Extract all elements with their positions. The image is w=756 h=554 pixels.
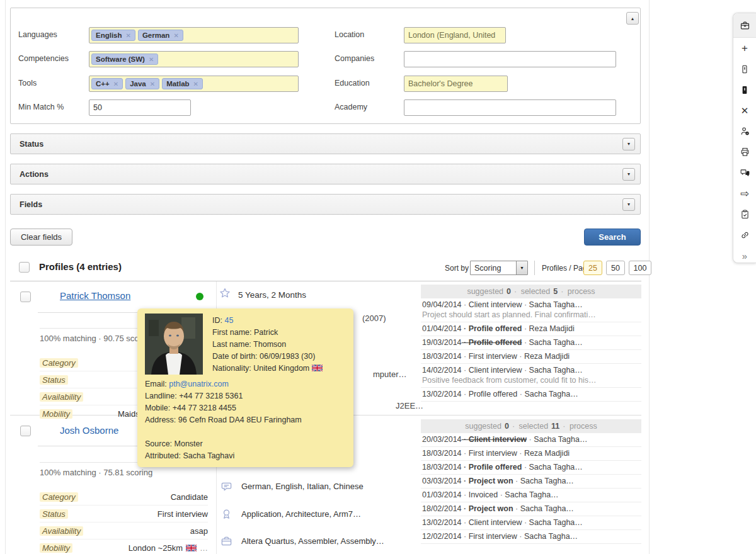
profile-tooltip: ID: 45 First name: Patrick Last name: Th…	[137, 308, 353, 467]
tag-remove-icon[interactable]: ✕	[150, 81, 155, 88]
availability-label: Availability	[40, 526, 83, 536]
tag-remove-icon[interactable]: ✕	[173, 32, 178, 39]
clear-fields-button[interactable]: Clear fields	[10, 229, 72, 246]
tag-german[interactable]: German✕	[138, 30, 183, 41]
email-link[interactable]: pth@unatrix.com	[169, 380, 229, 388]
add-button[interactable]: +	[733, 38, 756, 59]
forward-button[interactable]: ⇨	[733, 183, 756, 204]
mobility-value: London ~25km	[129, 543, 183, 553]
fields-dropdown-button[interactable]: ▾	[622, 198, 635, 211]
min-match-input[interactable]	[89, 99, 191, 116]
form-collapse-button[interactable]: ▴	[626, 12, 639, 25]
tag-java[interactable]: Java✕	[125, 78, 159, 89]
close-button[interactable]: ✕	[733, 100, 756, 121]
timeline-entry: 18/03/2014Profile offeredSacha Tagha…	[421, 461, 641, 475]
tag-remove-icon[interactable]: ✕	[193, 81, 198, 88]
tag-english[interactable]: English✕	[91, 30, 135, 41]
sort-select-value: Scoring	[471, 264, 501, 273]
per-page-25-button[interactable]: 25	[583, 261, 602, 275]
timeline-entry: 13/02/2014Client interviewSacha Tagha…	[421, 516, 641, 530]
search-button[interactable]: Search	[584, 229, 641, 246]
status-value: First interview	[158, 509, 208, 519]
ellipsis: …	[200, 543, 208, 553]
education-input[interactable]	[404, 76, 508, 92]
print-button[interactable]	[733, 142, 756, 162]
tag-cpp[interactable]: C++✕	[91, 78, 123, 89]
address: Address: 96 Cefn Road DA4 8EU Faringham	[145, 414, 302, 426]
briefcase-icon	[220, 535, 232, 547]
actions-dropdown-button[interactable]: ▾	[622, 168, 635, 181]
tools-row: Altera Quartus, Assembler, Assembly…	[220, 535, 384, 547]
location-input[interactable]	[404, 27, 506, 43]
tools-field[interactable]: C++✕ Java✕ Matlab✕	[89, 76, 299, 92]
last-name: Last name: Thomson	[212, 339, 323, 351]
matching-score: 100% matching · 90.75 scoring	[40, 334, 152, 343]
academy-label: Academy	[335, 103, 367, 111]
competencies-fragment: mputer…	[373, 370, 406, 379]
plus-icon: +	[742, 43, 748, 54]
academy-input[interactable]	[404, 99, 616, 116]
profile-photo	[145, 314, 203, 375]
languages-value: German, English, Italian, Chinese	[241, 482, 364, 491]
user-check-button[interactable]	[733, 121, 756, 142]
timeline-entry: 19/03/2014Profile offeredSacha Tagha…	[421, 336, 641, 350]
profile-name-link[interactable]: Patrick Thomson	[60, 290, 130, 301]
tools-value: Altera Quartus, Assembler, Assembly…	[241, 536, 384, 546]
competencies-field[interactable]: Software (SW)✕	[89, 51, 299, 67]
min-match-label: Min Match %	[18, 103, 64, 111]
profile-name-link[interactable]: Josh Osborne	[60, 425, 118, 436]
tag-remove-icon[interactable]: ✕	[149, 56, 154, 63]
sort-select[interactable]: Scoring ▼	[470, 261, 528, 275]
tag-remove-icon[interactable]: ✕	[113, 81, 118, 88]
per-page-50-button[interactable]: 50	[606, 261, 625, 275]
favorite-star-icon[interactable]	[219, 287, 231, 300]
tools-fragment: J2EE…	[396, 401, 423, 410]
double-chevron-icon: »	[742, 251, 747, 261]
card-filled-button[interactable]	[733, 79, 756, 100]
timeline-note: Positive feedback from customer, could f…	[422, 375, 639, 385]
availability-value: asap	[190, 526, 208, 536]
tasks-button[interactable]	[733, 204, 756, 225]
tag-remove-icon[interactable]: ✕	[126, 32, 131, 39]
status-row: Status First interview	[40, 506, 208, 523]
arrow-right-icon: ⇨	[740, 188, 749, 199]
competencies-value: Application, Architecture, Arm7…	[241, 509, 361, 519]
briefcase-tool-button[interactable]	[733, 13, 756, 38]
comments-button[interactable]	[733, 162, 756, 183]
languages-field[interactable]: English✕ German✕	[89, 27, 299, 43]
uk-flag-icon	[312, 365, 323, 371]
speech-bubble-icon	[220, 480, 232, 492]
arrow-down-icon: ▾	[627, 141, 630, 147]
close-icon: ✕	[741, 106, 749, 115]
status-dropdown-button[interactable]: ▾	[622, 138, 635, 150]
timeline-entry: 12/02/2014First interviewSacha Tagha…	[421, 530, 641, 544]
per-page-100-button[interactable]: 100	[629, 261, 651, 275]
timeline-entry: 14/02/2014Client interviewSacha Tagha… P…	[421, 364, 641, 388]
mobility-row: Mobility London ~25km …	[40, 540, 208, 554]
profile-checkbox[interactable]	[20, 291, 31, 302]
online-status-dot	[196, 293, 203, 300]
status-accordion[interactable]: Status ▾	[10, 133, 641, 154]
fields-accordion[interactable]: Fields ▾	[10, 194, 641, 215]
card-outline-button[interactable]	[733, 59, 756, 79]
education-fragment: (2007)	[362, 314, 386, 323]
timeline-entry: 18/03/2014First interviewReza Madjidi	[421, 350, 641, 364]
category-value: Candidate	[171, 492, 208, 502]
languages-row: German, English, Italian, Chinese	[220, 480, 364, 492]
date-of-birth: Date of birth: 06/09/1983 (30)	[212, 351, 323, 363]
companies-label: Companies	[335, 54, 374, 63]
expand-button[interactable]: »	[733, 246, 756, 266]
category-label: Category	[40, 492, 78, 502]
companies-input[interactable]	[404, 51, 616, 67]
select-all-checkbox[interactable]	[19, 262, 30, 273]
profile-checkbox[interactable]	[20, 426, 31, 436]
actions-accordion[interactable]: Actions ▾	[10, 164, 641, 184]
timeline-entry: 20/03/2014Client interviewSacha Tagha…	[421, 433, 641, 447]
medal-icon	[220, 508, 232, 520]
link-button[interactable]	[733, 225, 756, 246]
timeline-note: Project should start as planned. Final c…	[422, 310, 639, 320]
tag-matlab[interactable]: Matlab✕	[162, 78, 203, 89]
status-label: Status	[40, 375, 68, 385]
tag-software-sw[interactable]: Software (SW)✕	[91, 54, 158, 65]
availability-label: Availability	[40, 392, 83, 402]
